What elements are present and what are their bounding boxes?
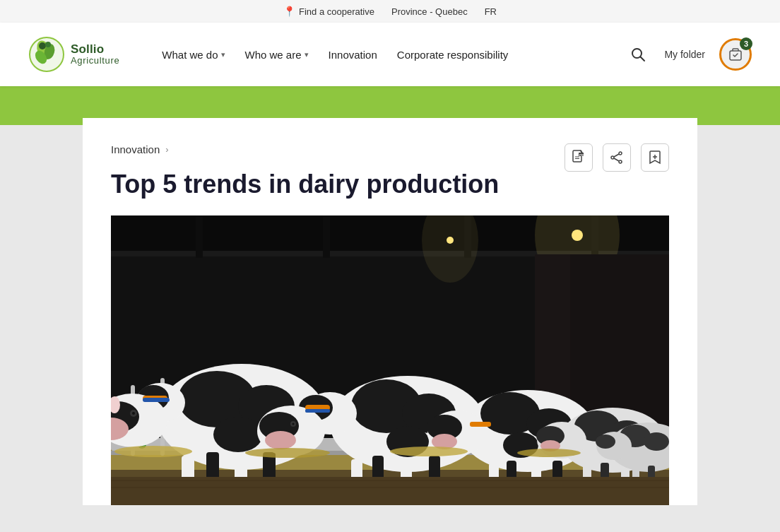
hero-image <box>111 215 669 505</box>
my-folder-button[interactable]: My folder <box>658 45 711 64</box>
nav-label-corporate-responsibility: Corporate responsibility <box>397 49 509 61</box>
svg-rect-25 <box>323 215 330 258</box>
bookmark-folder-icon <box>728 47 743 62</box>
nav-item-who-we-are[interactable]: Who we are ▾ <box>237 42 317 68</box>
svg-point-14 <box>619 152 622 155</box>
svg-point-108 <box>596 435 615 449</box>
nav-links: What we do ▾ Who we are ▾ Innovation Cor… <box>153 42 626 68</box>
language-label: FR <box>485 6 497 17</box>
breadcrumb-innovation-link[interactable]: Innovation <box>111 143 160 155</box>
content-wrapper: Innovation › PDF <box>0 125 780 532</box>
brand-sub: Agriculture <box>71 56 119 66</box>
search-button[interactable] <box>626 42 650 66</box>
action-icons: PDF <box>565 143 669 172</box>
brand-name: Sollio <box>71 43 119 57</box>
svg-rect-115 <box>111 477 669 505</box>
pdf-icon: PDF <box>572 150 586 165</box>
bookmark-count-badge: 3 <box>740 37 752 50</box>
nav-right: My folder 3 <box>626 38 752 71</box>
utility-bar: 📍 Find a cooperative Province - Quebec F… <box>0 0 780 23</box>
svg-point-16 <box>611 156 614 159</box>
chevron-down-icon: ▾ <box>305 50 309 59</box>
nav-item-corporate-responsibility[interactable]: Corporate responsibility <box>389 42 517 68</box>
svg-text:PDF: PDF <box>579 153 586 157</box>
svg-point-106 <box>644 432 669 451</box>
svg-rect-76 <box>305 409 330 413</box>
find-cooperative-label: Find a cooperative <box>299 6 374 17</box>
logo-text: Sollio Agriculture <box>71 43 119 66</box>
svg-point-114 <box>517 449 581 457</box>
svg-point-78 <box>292 423 295 425</box>
find-cooperative-link[interactable]: 📍 Find a cooperative <box>283 6 374 17</box>
chevron-down-icon: ▾ <box>221 50 225 59</box>
logo-link[interactable]: Sollio Agriculture <box>28 36 119 73</box>
svg-point-111 <box>114 446 192 457</box>
location-icon: 📍 <box>283 6 295 17</box>
share-icon <box>610 150 624 165</box>
page-title: Top 5 trends in dairy production <box>111 170 620 199</box>
province-label: Province - Quebec <box>391 6 468 17</box>
add-bookmark-icon <box>648 150 662 165</box>
share-button[interactable] <box>603 143 631 172</box>
svg-point-15 <box>619 160 622 163</box>
language-toggle[interactable]: FR <box>485 6 497 17</box>
nav-item-what-we-do[interactable]: What we do ▾ <box>153 42 233 68</box>
nav-label-who-we-are: Who we are <box>245 49 302 61</box>
search-icon <box>630 47 646 62</box>
pdf-button[interactable]: PDF <box>565 143 593 172</box>
province-selector[interactable]: Province - Quebec <box>391 6 468 17</box>
svg-point-59 <box>132 412 135 415</box>
svg-rect-65 <box>143 398 170 402</box>
add-to-folder-button[interactable] <box>641 143 669 172</box>
svg-line-17 <box>614 154 619 157</box>
nav-label-innovation: Innovation <box>329 49 377 61</box>
svg-line-18 <box>614 158 619 161</box>
content-card: Innovation › PDF <box>83 118 697 505</box>
svg-rect-24 <box>196 215 203 258</box>
logo-icon <box>28 36 65 73</box>
svg-line-7 <box>641 57 645 61</box>
main-nav: Sollio Agriculture What we do ▾ Who we a… <box>0 23 780 86</box>
svg-rect-90 <box>470 422 491 427</box>
svg-point-4 <box>39 42 46 49</box>
svg-point-5 <box>45 42 51 47</box>
breadcrumb-separator: › <box>165 144 168 155</box>
cows-scene-svg <box>111 215 669 505</box>
nav-item-innovation[interactable]: Innovation <box>320 42 386 68</box>
my-folder-label: My folder <box>664 49 705 60</box>
svg-point-74 <box>265 431 296 449</box>
svg-point-112 <box>245 448 330 458</box>
bookmark-wrapper: 3 <box>719 38 752 71</box>
svg-point-113 <box>390 447 468 456</box>
svg-point-51 <box>213 417 263 452</box>
nav-label-what-we-do: What we do <box>162 49 218 61</box>
bookmark-folder-button[interactable]: 3 <box>719 38 752 71</box>
